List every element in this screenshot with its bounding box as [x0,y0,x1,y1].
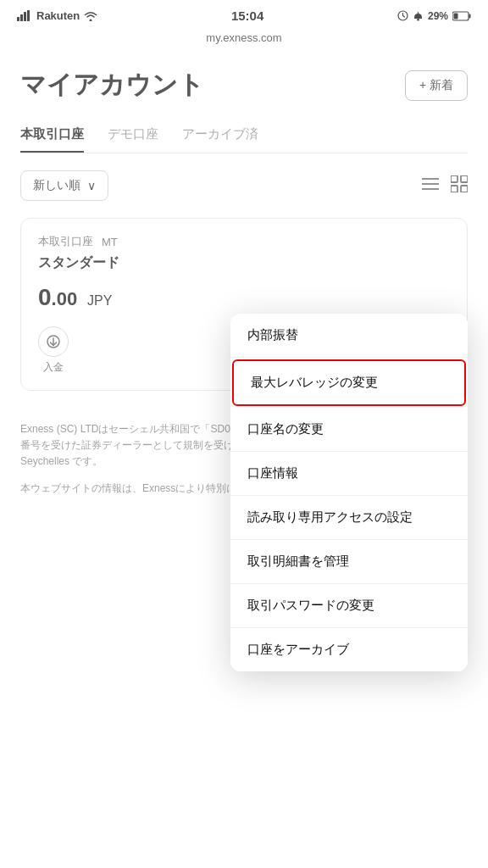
menu-item-internal-transfer[interactable]: 内部振替 [230,314,468,358]
menu-item-readonly-access[interactable]: 読み取り専用アクセスの設定 [230,496,468,540]
context-menu: 内部振替 最大レバレッジの変更 口座名の変更 口座情報 読み取り専用アクセスの設… [230,314,468,671]
menu-item-manage-statements[interactable]: 取引明細書を管理 [230,540,468,584]
menu-item-change-password[interactable]: 取引パスワードの変更 [230,584,468,628]
menu-item-change-leverage[interactable]: 最大レバレッジの変更 [232,359,466,406]
menu-item-change-name[interactable]: 口座名の変更 [230,408,468,452]
menu-item-archive[interactable]: 口座をアーカイブ [230,628,468,671]
menu-item-account-info[interactable]: 口座情報 [230,452,468,496]
